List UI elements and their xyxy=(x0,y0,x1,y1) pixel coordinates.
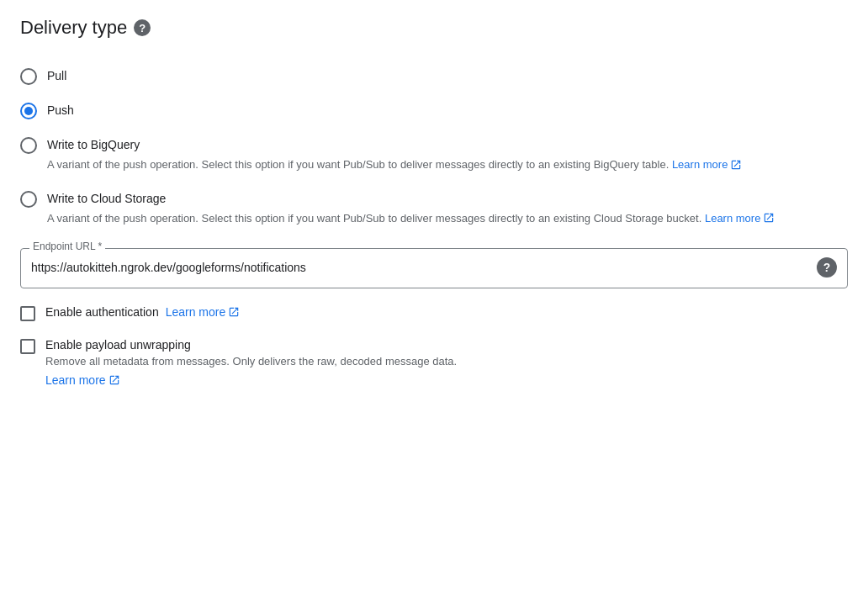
cloud-storage-learn-more-link[interactable]: Learn more xyxy=(705,210,775,227)
auth-learn-more-link[interactable]: Learn more xyxy=(166,305,241,319)
checkbox-item-auth: Enable authentication Learn more xyxy=(20,305,848,321)
radio-pull-content: Pull xyxy=(47,67,66,84)
page-title-container: Delivery type ? xyxy=(20,17,848,39)
unwrapping-external-link-icon xyxy=(108,374,120,386)
checkbox-auth[interactable] xyxy=(20,306,35,321)
title-help-icon[interactable]: ? xyxy=(134,19,151,36)
checkbox-unwrapping-label: Enable payload unwrapping xyxy=(45,338,191,352)
unwrapping-learn-more-link[interactable]: Learn more xyxy=(45,373,120,387)
endpoint-legend: Endpoint URL * xyxy=(29,241,105,251)
radio-bigquery-desc: A variant of the push operation. Select … xyxy=(47,156,742,173)
auth-external-link-icon xyxy=(228,306,240,318)
page-title: Delivery type xyxy=(20,17,127,39)
radio-cloud-storage-content: Write to Cloud Storage A variant of the … xyxy=(47,190,775,227)
endpoint-help-icon[interactable]: ? xyxy=(817,257,837,278)
radio-item-pull[interactable]: Pull xyxy=(20,59,848,93)
checkbox-item-unwrapping: Enable payload unwrapping Remove all met… xyxy=(20,338,848,387)
checkbox-unwrapping[interactable] xyxy=(20,339,35,354)
checkbox-unwrapping-content: Enable payload unwrapping Remove all met… xyxy=(45,338,457,387)
radio-pull-label: Pull xyxy=(47,67,66,84)
radio-push-content: Push xyxy=(47,102,74,119)
endpoint-fieldset: Endpoint URL * https://autokitteh.ngrok.… xyxy=(20,248,848,288)
delivery-type-radio-group: Pull Push Write to BigQuery A variant of… xyxy=(20,59,848,235)
endpoint-section: Endpoint URL * https://autokitteh.ngrok.… xyxy=(20,248,848,288)
bigquery-external-link-icon xyxy=(730,159,742,171)
checkbox-auth-content: Enable authentication Learn more xyxy=(45,305,240,319)
radio-cloud-storage-desc: A variant of the push operation. Select … xyxy=(47,210,775,227)
radio-cloud-storage-label: Write to Cloud Storage xyxy=(47,190,775,207)
radio-item-push[interactable]: Push xyxy=(20,93,848,128)
checkbox-auth-label: Enable authentication xyxy=(45,305,159,319)
radio-bigquery-content: Write to BigQuery A variant of the push … xyxy=(47,136,742,173)
checkbox-section: Enable authentication Learn more Enable … xyxy=(20,305,848,387)
radio-push[interactable] xyxy=(20,103,37,119)
radio-bigquery-label: Write to BigQuery xyxy=(47,136,742,153)
radio-bigquery[interactable] xyxy=(20,137,37,154)
radio-push-label: Push xyxy=(47,102,74,119)
bigquery-learn-more-link[interactable]: Learn more xyxy=(672,156,742,173)
checkbox-auth-label-row: Enable authentication Learn more xyxy=(45,305,240,319)
radio-cloud-storage[interactable] xyxy=(20,191,37,208)
checkbox-unwrapping-desc: Remove all metadata from messages. Only … xyxy=(45,353,457,370)
radio-item-cloud-storage[interactable]: Write to Cloud Storage A variant of the … xyxy=(20,182,848,235)
endpoint-url-value: https://autokitteh.ngrok.dev/googleforms… xyxy=(31,261,817,274)
cloud-storage-external-link-icon xyxy=(763,212,775,224)
radio-item-bigquery[interactable]: Write to BigQuery A variant of the push … xyxy=(20,128,848,182)
checkbox-unwrapping-label-row: Enable payload unwrapping xyxy=(45,338,457,352)
endpoint-row: https://autokitteh.ngrok.dev/googleforms… xyxy=(31,249,837,278)
radio-pull[interactable] xyxy=(20,68,37,85)
